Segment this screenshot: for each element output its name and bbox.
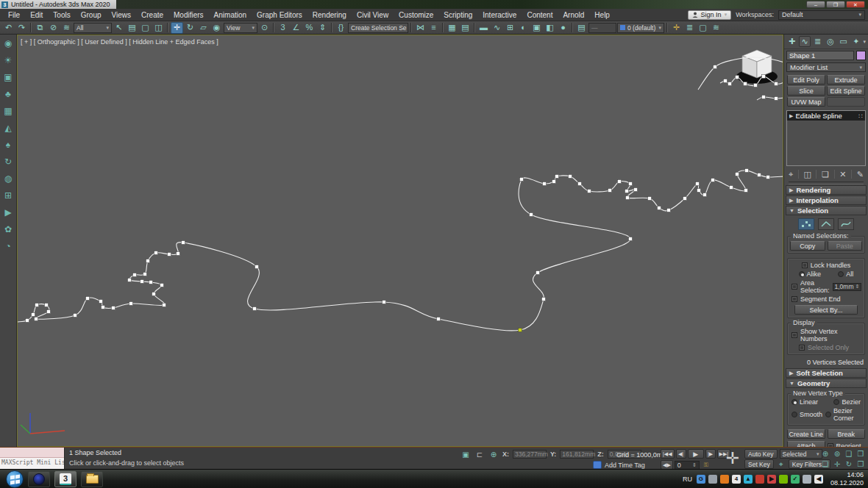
sign-in-button[interactable]: Sign In ▾ xyxy=(688,10,732,20)
spinner-icon[interactable]: ⇕ xyxy=(692,462,697,468)
area-selection-spinner[interactable]: 1,0mm ⇕ xyxy=(833,283,862,291)
taskbar-3dsmax-button[interactable]: 3 xyxy=(54,471,77,487)
spinner-snap-icon[interactable]: ⇕ xyxy=(316,22,329,34)
create-line-button[interactable]: Create Line xyxy=(787,429,825,439)
language-indicator[interactable]: RU xyxy=(683,476,692,483)
rectangular-selection-region-icon[interactable]: ▢ xyxy=(139,22,152,34)
spline-subobject-button[interactable] xyxy=(838,218,854,230)
break-button[interactable]: Break xyxy=(828,429,866,439)
remove-modifier-icon[interactable]: ✕ xyxy=(839,170,846,179)
teapot-icon[interactable]: ◔ xyxy=(2,240,15,252)
select-object-icon[interactable]: ↖ xyxy=(113,22,125,34)
tray-icon-8[interactable]: ✓ xyxy=(791,475,800,484)
snaps-toggle-icon[interactable]: 3 xyxy=(277,22,289,34)
rollout-soft-selection[interactable]: ▶ Soft Selection xyxy=(786,368,867,378)
layers-stack-icon[interactable]: ≣ xyxy=(683,22,696,34)
go-to-start-icon[interactable]: |◀◀ xyxy=(661,449,675,459)
configure-modifier-sets-icon[interactable]: ✎ xyxy=(857,170,864,179)
use-pivot-point-center-icon[interactable]: ⊙ xyxy=(258,22,271,34)
clock[interactable]: 14:06 08.12.2020 xyxy=(830,471,864,487)
isolate-selection-icon[interactable]: ▣ xyxy=(460,450,471,459)
modifier-button-slice[interactable]: Slice xyxy=(787,86,825,96)
attach-button[interactable]: Attach xyxy=(787,441,825,447)
percent-snap-icon[interactable]: % xyxy=(303,22,316,34)
tray-icon-10[interactable]: ◀ xyxy=(814,475,823,484)
menu-edit[interactable]: Edit xyxy=(25,9,48,21)
menu-modifiers[interactable]: Modifiers xyxy=(168,9,209,21)
selection-lock-icon[interactable]: ⊏ xyxy=(474,450,485,459)
scene-explorer-icon[interactable]: ▦ xyxy=(446,22,458,34)
bezier-radio[interactable] xyxy=(833,399,839,405)
menu-rendering[interactable]: Rendering xyxy=(307,9,352,21)
ribbon-icon[interactable]: ▬ xyxy=(477,22,490,34)
area-selection-checkbox[interactable] xyxy=(791,284,797,290)
bezier-corner-radio[interactable] xyxy=(825,412,831,417)
minimize-button[interactable]: – xyxy=(806,1,825,8)
tab-display[interactable]: ▭ xyxy=(838,36,849,47)
alike-radio[interactable] xyxy=(799,271,805,277)
previous-frame-icon[interactable]: ◀| xyxy=(676,449,686,459)
make-unique-icon[interactable]: ❏ xyxy=(822,170,829,179)
play-clip-icon[interactable]: ▶ xyxy=(2,207,15,218)
expand-arrow-icon[interactable]: ▶ xyxy=(789,113,793,119)
macro-recorder-line[interactable] xyxy=(0,448,64,458)
align-icon[interactable]: ≡ xyxy=(427,22,440,34)
named-selection-sets-dropdown[interactable]: Create Selection Se▾ xyxy=(348,23,408,33)
menu-group[interactable]: Group xyxy=(76,9,107,21)
viewport-label[interactable]: [ + ] [ Orthographic ] [ User Defined ] … xyxy=(21,38,218,46)
copy-button[interactable]: Copy xyxy=(790,241,825,251)
start-button[interactable] xyxy=(6,470,24,488)
menu-file[interactable]: File xyxy=(3,9,25,21)
tray-icon-2[interactable] xyxy=(720,475,729,484)
play-icon[interactable]: ▶ xyxy=(688,449,704,459)
select-and-link-icon[interactable]: ⧉ xyxy=(34,22,46,34)
menu-customize[interactable]: Customize xyxy=(394,9,438,21)
reference-coordinate-system-dropdown[interactable]: View▾ xyxy=(224,23,257,33)
linear-radio[interactable] xyxy=(791,399,797,405)
selection-box-icon[interactable]: ▢ xyxy=(697,22,709,34)
workspace-dropdown[interactable]: Default ▾ xyxy=(778,10,865,20)
light-icon[interactable]: ◉ xyxy=(2,37,15,49)
tray-icon-0[interactable]: G xyxy=(697,475,705,484)
schematic-view-icon[interactable]: ⊞ xyxy=(504,22,516,34)
menu-civil-view[interactable]: Civil View xyxy=(352,9,394,21)
stacked-layers-icon[interactable]: ≋ xyxy=(710,22,722,34)
smooth-radio[interactable] xyxy=(791,412,797,417)
cone-icon[interactable]: ◭ xyxy=(2,122,15,134)
auto-key-button[interactable]: Auto Key xyxy=(744,449,778,459)
grid-helper-icon[interactable]: ⊞ xyxy=(2,190,15,201)
window-grid-icon[interactable]: ▦ xyxy=(2,105,15,117)
lock-handles-checkbox[interactable] xyxy=(802,262,808,268)
modifier-button-uvw-map[interactable]: UVW Map xyxy=(787,97,825,107)
x-coordinate-field[interactable]: 336,277mm xyxy=(513,450,547,459)
set-key-filter-icon[interactable]: ⌖ xyxy=(776,460,786,469)
curve-editor-icon[interactable]: ∿ xyxy=(491,22,503,34)
all-radio[interactable] xyxy=(838,271,844,277)
maximize-viewport-icon[interactable]: ❐ xyxy=(855,459,867,469)
viewport[interactable]: [ + ] [ Orthographic ] [ User Defined ] … xyxy=(17,35,783,447)
transform-gizmo-toggle[interactable]: ✛ xyxy=(723,449,742,468)
spinner-icon[interactable]: ⇕ xyxy=(855,284,860,290)
close-button[interactable]: ✕ xyxy=(846,1,865,8)
menu-views[interactable]: Views xyxy=(107,9,137,21)
unlink-selection-icon[interactable]: ⊘ xyxy=(47,22,60,34)
layer-manager-icon[interactable]: ▤ xyxy=(575,22,588,34)
select-by-button[interactable]: Select By... xyxy=(794,305,858,315)
arc-rotate-icon[interactable]: ↻ xyxy=(2,156,15,168)
panel-splitter[interactable] xyxy=(789,182,864,184)
select-and-scale-icon[interactable]: ▱ xyxy=(197,22,210,34)
modifier-button-edit-poly[interactable]: Edit Poly xyxy=(787,75,825,85)
sun-icon[interactable]: ☀ xyxy=(2,54,15,66)
rollout-selection[interactable]: ▼ Selection xyxy=(786,206,867,215)
flower-icon[interactable]: ✿ xyxy=(2,223,15,235)
object-name-field[interactable]: Shape 1 xyxy=(786,51,854,60)
pin-stack-icon[interactable]: ⌖ xyxy=(789,170,793,179)
zoom-region-icon[interactable]: ❏ xyxy=(819,459,831,469)
layer-dropdown[interactable]: 0 (default)▾ xyxy=(617,23,664,33)
modifier-button-extrude[interactable]: Extrude xyxy=(827,75,865,85)
pin-icon[interactable]: ∷ xyxy=(858,112,863,120)
tray-icon-1[interactable] xyxy=(708,475,717,484)
menu-content[interactable]: Content xyxy=(522,9,558,21)
select-and-rotate-icon[interactable]: ↻ xyxy=(184,22,196,34)
tray-icon-4[interactable]: ▲ xyxy=(744,475,753,484)
